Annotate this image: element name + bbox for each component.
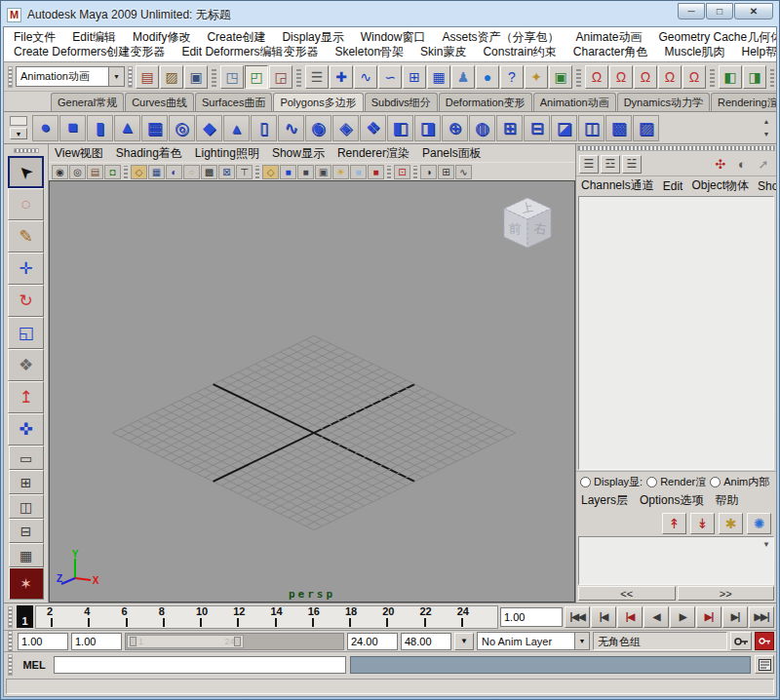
smooth-shade-icon[interactable]: ■ — [280, 165, 296, 179]
channel-menu-item[interactable]: Show — [758, 179, 777, 193]
use-default-material-icon[interactable]: ○ — [183, 165, 200, 179]
move-tool-icon[interactable]: ✚ — [330, 65, 353, 89]
separate-icon[interactable]: ◧ — [387, 115, 413, 141]
panel-menu-item[interactable]: Lighting照明 — [195, 145, 259, 162]
layer-pager-next-button[interactable]: >> — [678, 586, 775, 601]
time-slider-grip[interactable] — [8, 606, 13, 628]
select-by-component-icon[interactable]: ◲ — [269, 65, 292, 89]
polygon-pipe-icon[interactable]: ▯ — [251, 115, 277, 141]
shelf-tab[interactable]: Dynamics动力学 — [617, 93, 710, 111]
shelf-tab[interactable]: Surfaces曲面 — [195, 93, 272, 111]
sculpt-geometry-icon[interactable]: ▨ — [633, 115, 659, 141]
shelf-scroll-down-icon[interactable]: ▼ — [763, 131, 770, 137]
shelf-tab[interactable]: Animation动画 — [533, 93, 616, 111]
save-scene-icon[interactable]: ▣ — [184, 65, 208, 89]
view-cube[interactable]: 上 前 右 — [497, 194, 558, 253]
go-to-start-button[interactable]: |◀◀ — [565, 606, 590, 628]
channel-menu-item[interactable]: Channels通道 — [581, 177, 654, 194]
select-by-hierarchy-icon[interactable]: ◳ — [220, 65, 244, 89]
play-backwards-button[interactable]: ◀ — [644, 606, 669, 628]
camera-icon[interactable]: ◉ — [52, 165, 68, 179]
shelf-tab[interactable]: Curves曲线 — [125, 93, 194, 111]
playback-options-chevron-down-icon[interactable]: ▼ — [454, 633, 474, 650]
snap-to-view-planes-icon[interactable]: Ω — [658, 65, 682, 89]
four-pane-layout-button[interactable]: ⊞ — [9, 470, 44, 494]
command-line-input[interactable] — [54, 656, 346, 674]
ik-handle-icon[interactable]: ∿ — [455, 165, 472, 179]
right-panel-grip[interactable] — [577, 145, 775, 151]
shelf-scroll-up-icon[interactable]: ▲ — [763, 118, 770, 125]
field-chart-icon[interactable]: ▩ — [201, 165, 217, 179]
range-start-handle[interactable] — [130, 637, 136, 646]
shelf-tab[interactable]: General常规 — [51, 93, 124, 111]
anim-layer-dropdown[interactable]: No Anim Layer ▼ — [477, 632, 590, 650]
panel-menu-item[interactable]: Show显示 — [272, 145, 325, 162]
panel-menu-item[interactable]: Panels面板 — [422, 145, 482, 162]
menu-item[interactable]: Skeleton骨架 — [334, 44, 404, 60]
maximize-button[interactable]: □ — [706, 3, 733, 19]
camera-attributes-icon[interactable]: ◎ — [69, 165, 86, 179]
viewport-canvas[interactable]: 上 前 右 Y X Z persp — [49, 180, 575, 603]
view-frame-icon[interactable]: ⊞ — [438, 165, 454, 179]
polygon-torus-icon[interactable]: ◎ — [169, 115, 195, 141]
set-key-icon[interactable] — [730, 632, 752, 650]
extract-icon[interactable]: ◨ — [414, 115, 441, 141]
polygon-cylinder-icon[interactable]: ▮ — [87, 115, 113, 141]
toolbar-separator[interactable] — [576, 67, 581, 87]
hypershade-persp-layout-button[interactable]: ▦ — [9, 543, 44, 567]
shelf-tab[interactable]: Subdivs细分 — [365, 93, 438, 111]
bookmark-icon[interactable]: ▤ — [87, 165, 103, 179]
image-plane-icon[interactable]: ◑ — [420, 165, 437, 179]
help-line-icon[interactable]: ? — [500, 65, 524, 89]
toolbar-separator[interactable] — [770, 67, 774, 87]
shaded-icon[interactable]: ▦ — [148, 165, 165, 179]
playback-end-field[interactable] — [347, 633, 398, 650]
chevron-down-icon[interactable]: ▼ — [574, 633, 589, 649]
polygon-sphere-icon[interactable]: ● — [32, 115, 58, 141]
panel-menu-item[interactable]: Shading着色 — [116, 145, 182, 162]
command-line-label[interactable]: MEL — [19, 659, 50, 671]
channel-slider-mode-icon[interactable]: ☰ — [579, 155, 599, 174]
toolbar-separator[interactable] — [710, 67, 715, 87]
texture-placement-icon[interactable]: ■ — [368, 165, 384, 179]
animation-start-field[interactable] — [18, 633, 68, 650]
layer-menu-item[interactable]: 帮助 — [715, 492, 738, 509]
toolbar-separator[interactable] — [296, 67, 301, 87]
channel-menu-item[interactable]: Object物体 — [691, 177, 749, 194]
current-tool-button[interactable]: ✶ — [9, 567, 44, 600]
smooth-icon[interactable]: ◍ — [469, 115, 495, 141]
sphere-render-icon[interactable]: ● — [476, 65, 499, 89]
bevel-icon[interactable]: ◪ — [551, 115, 577, 141]
curve-tool-icon[interactable]: ∿ — [354, 65, 377, 89]
open-scene-icon[interactable]: ▨ — [160, 65, 183, 89]
window-icon[interactable]: ⊞ — [403, 65, 426, 89]
wireframe-icon[interactable]: ◇ — [131, 165, 147, 179]
manipulator-axis-icon[interactable]: ✣ — [711, 155, 730, 174]
character-icon[interactable]: ♟ — [451, 65, 475, 89]
move-tool[interactable]: ✛ — [8, 253, 44, 285]
move-layer-up-icon[interactable]: ↟ — [662, 513, 686, 534]
polygon-cube-icon[interactable]: ■ — [59, 115, 86, 141]
select-by-object-icon[interactable]: ◰ — [245, 65, 268, 89]
channel-box-list[interactable] — [578, 196, 774, 470]
select-arrow-icon[interactable]: ➚ — [754, 155, 773, 174]
panel-separator[interactable] — [124, 166, 128, 178]
range-slider-grip[interactable] — [8, 631, 13, 652]
panel-separator[interactable] — [255, 166, 259, 178]
render-sphere-icon[interactable]: ◐ — [732, 155, 752, 174]
animation-end-field[interactable] — [401, 633, 451, 650]
polygon-helix-icon[interactable]: ∿ — [278, 115, 304, 141]
new-empty-layer-icon[interactable]: ✱ — [719, 513, 743, 534]
selection-mask-icon[interactable]: ☰ — [305, 65, 329, 89]
extrude-icon[interactable]: ⊞ — [496, 115, 523, 141]
surface-tool-icon[interactable]: ∽ — [378, 65, 402, 89]
layer-list[interactable]: ▼ — [578, 536, 774, 585]
new-scene-icon[interactable]: ▤ — [136, 65, 159, 89]
show-manipulator-tool[interactable]: ✜ — [8, 413, 44, 446]
shelf-tab[interactable]: Polygons多边形 — [273, 93, 363, 111]
shelf-tab[interactable]: Rendering渲染 — [711, 93, 777, 111]
layer-menu-item[interactable]: Layers层 — [581, 492, 628, 509]
command-line-grip[interactable] — [8, 654, 13, 676]
playback-start-field[interactable] — [71, 633, 122, 650]
paint-select-tool[interactable]: ✎ — [8, 220, 44, 253]
